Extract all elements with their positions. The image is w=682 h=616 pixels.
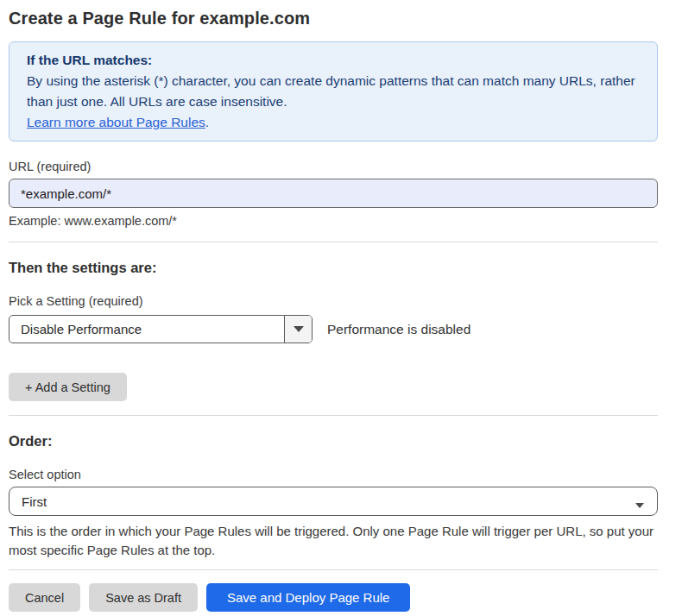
url-example-text: Example: www.example.com/* xyxy=(9,214,658,228)
setting-select-value: Disable Performance xyxy=(9,316,284,343)
divider xyxy=(9,242,658,242)
learn-more-link[interactable]: Learn more about Page Rules xyxy=(27,115,205,129)
setting-row: Disable Performance Performance is disab… xyxy=(9,315,658,343)
setting-picker-label: Pick a Setting (required) xyxy=(9,294,658,308)
page-rule-form: Create a Page Rule for example.com If th… xyxy=(0,0,682,612)
setting-select-arrow-button[interactable] xyxy=(284,316,312,343)
cancel-button[interactable]: Cancel xyxy=(9,583,80,612)
order-section-heading: Order: xyxy=(9,433,658,449)
order-select[interactable]: First xyxy=(9,487,658,516)
save-deploy-button[interactable]: Save and Deploy Page Rule xyxy=(206,583,410,612)
save-draft-button[interactable]: Save as Draft xyxy=(89,583,198,612)
add-setting-button[interactable]: + Add a Setting xyxy=(9,373,127,401)
url-input[interactable] xyxy=(9,179,658,208)
divider xyxy=(9,569,658,570)
url-match-info-box: If the URL matches: By using the asteris… xyxy=(9,41,658,141)
order-select-label: Select option xyxy=(9,468,658,481)
chevron-down-icon xyxy=(294,326,304,332)
footer-actions: Cancel Save as Draft Save and Deploy Pag… xyxy=(9,583,658,612)
order-select-value: First xyxy=(22,494,47,509)
info-box-body: By using the asterisk (*) character, you… xyxy=(27,71,640,112)
settings-section-heading: Then the settings are: xyxy=(9,260,658,276)
order-help-text: This is the order in which your Page Rul… xyxy=(9,522,658,560)
info-box-heading: If the URL matches: xyxy=(27,50,640,71)
setting-select[interactable]: Disable Performance xyxy=(9,315,313,343)
page-title: Create a Page Rule for example.com xyxy=(9,9,658,28)
link-suffix: . xyxy=(205,115,209,129)
chevron-down-icon xyxy=(635,496,644,511)
divider xyxy=(9,415,658,416)
url-field-label: URL (required) xyxy=(9,160,658,173)
setting-status-text: Performance is disabled xyxy=(327,322,470,337)
info-box-link-line: Learn more about Page Rules. xyxy=(27,112,640,133)
